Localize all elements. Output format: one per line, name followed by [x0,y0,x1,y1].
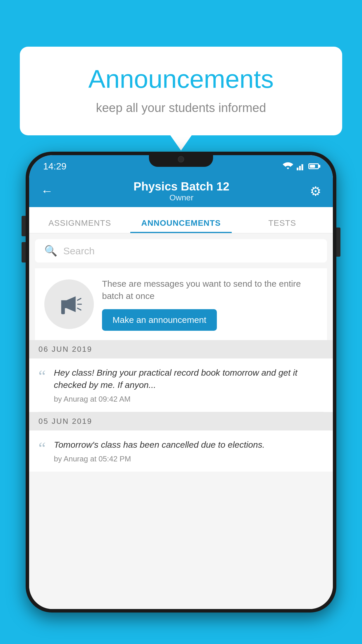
bubble-title: Announcements [43,64,319,94]
svg-rect-7 [61,307,65,314]
svg-rect-0 [297,168,298,170]
svg-line-6 [78,308,81,310]
announcement-content-1: Hey class! Bring your practical record b… [54,367,324,404]
back-button[interactable]: ← [41,184,53,198]
wifi-icon [283,162,293,170]
promo-description: These are messages you want to send to t… [102,278,318,302]
phone-container: 14:29 [26,152,336,644]
date-separator-1: 06 JUN 2019 [29,340,333,358]
svg-line-4 [78,298,81,300]
quote-icon-2: “ [38,440,46,456]
megaphone-icon [56,291,82,317]
announcement-content-2: Tomorrow's class has been cancelled due … [54,439,324,463]
quote-icon-1: “ [38,368,46,384]
speech-bubble-section: Announcements keep all your students inf… [20,47,342,135]
tabs-container: ASSIGNMENTS ANNOUNCEMENTS TESTS [29,207,333,233]
announcement-text-2: Tomorrow's class has been cancelled due … [54,439,324,451]
announcement-author-2: by Anurag at 05:42 PM [54,454,324,463]
bubble-subtitle: keep all your students informed [43,101,319,115]
phone-notch [149,152,213,167]
promo-right: These are messages you want to send to t… [102,278,318,331]
batch-title: Physics Batch 12 [53,180,310,193]
volume-down-button [22,242,26,262]
settings-icon[interactable]: ⚙ [310,184,321,199]
promo-icon-circle [44,279,94,329]
power-button [336,228,340,257]
content-area: 🔍 Search [29,233,333,609]
status-time: 14:29 [43,161,66,172]
phone-screen: 14:29 [29,155,333,609]
svg-rect-2 [301,164,303,170]
announcement-item-1[interactable]: “ Hey class! Bring your practical record… [29,358,333,412]
batch-subtitle: Owner [53,193,310,202]
search-bar[interactable]: 🔍 Search [35,239,327,262]
tab-tests[interactable]: TESTS [232,218,333,233]
search-icon: 🔍 [44,245,57,257]
signal-icon [297,162,305,170]
battery-icon [308,163,319,169]
promo-card: These are messages you want to send to t… [35,268,327,340]
speech-bubble-card: Announcements keep all your students inf… [20,47,342,135]
phone-frame: 14:29 [26,152,336,612]
announcement-author-1: by Anurag at 09:42 AM [54,395,324,404]
svg-rect-1 [299,166,301,170]
announcement-item-2[interactable]: “ Tomorrow's class has been cancelled du… [29,430,333,472]
announcement-text-1: Hey class! Bring your practical record b… [54,367,324,391]
status-icons [283,162,319,170]
make-announcement-button[interactable]: Make an announcement [102,309,217,331]
header-center: Physics Batch 12 Owner [53,180,310,202]
camera-dot [178,156,184,162]
date-separator-2: 05 JUN 2019 [29,412,333,430]
tab-assignments[interactable]: ASSIGNMENTS [29,218,130,233]
volume-up-button [22,216,26,236]
tab-announcements[interactable]: ANNOUNCEMENTS [130,218,231,233]
app-header: ← Physics Batch 12 Owner ⚙ [29,175,333,207]
search-placeholder: Search [63,245,95,257]
